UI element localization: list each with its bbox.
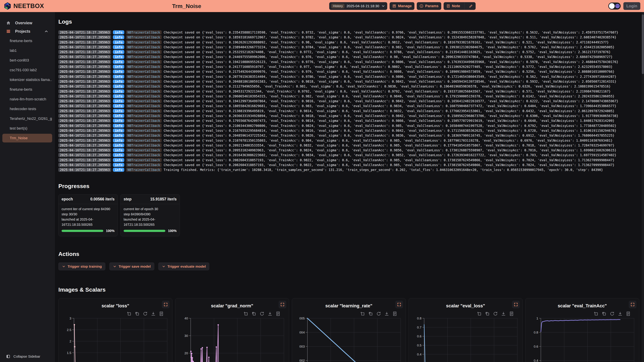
- restore-icon[interactable]: [368, 311, 373, 316]
- chart-plot[interactable]: 40302010: [178, 316, 286, 362]
- log-level-badge: info: [113, 153, 124, 157]
- log-row: 2025-04-16T21:18:27.205963infoNBTrainerC…: [58, 99, 641, 103]
- progress-cards: epoch0.00566 iter/scurrent iter of curre…: [58, 194, 641, 236]
- svg-text:0.5: 0.5: [417, 344, 422, 347]
- sidebar-item-project[interactable]: csc791-030 lab2: [2, 66, 52, 74]
- log-source-badge: NBTrainerCallback: [126, 35, 162, 39]
- sidebar-item-project[interactable]: test bert(s): [2, 124, 52, 133]
- log-row: 2025-04-16T21:18:27.205963infoNBTrainerC…: [58, 158, 641, 162]
- log-message: Checkpoint saved on {'eval_loss': 0.2446…: [164, 55, 613, 59]
- history-select[interactable]: History 2025-04-16 21:18:30: [329, 2, 387, 10]
- log-level-badge: info: [113, 35, 124, 39]
- download-icon[interactable]: [618, 311, 623, 316]
- chart-toolbox: [528, 309, 636, 316]
- sidebar-item-project[interactable]: hedecoder-tests: [2, 105, 52, 113]
- data-view-icon[interactable]: [626, 311, 631, 316]
- log-level-badge: info: [113, 148, 124, 152]
- log-source-badge: NBTrainerCallback: [126, 153, 162, 157]
- params-button[interactable]: Params: [417, 2, 441, 10]
- refresh-icon[interactable]: [260, 311, 264, 316]
- log-message: Checkpoint saved on {'eval_loss': 0.2082…: [164, 163, 614, 167]
- download-icon[interactable]: [151, 311, 156, 316]
- sidebar-item-project[interactable]: naive-llm-from-scratch: [2, 95, 52, 104]
- restore-icon[interactable]: [135, 311, 140, 316]
- log-timestamp: 2025-04-16T21:18:27.205963: [58, 40, 111, 44]
- log-row: 2025-04-16T21:18:27.205963infoNBTrainerC…: [58, 55, 641, 59]
- sidebar-item-projects[interactable]: Projects: [0, 27, 54, 35]
- fullscreen-button[interactable]: [162, 301, 170, 308]
- log-source-badge: NBTrainerCallback: [126, 50, 162, 54]
- zoom-box-icon[interactable]: [594, 311, 598, 316]
- sidebar-item-project[interactable]: Terahertz_No22_Gl261_gl...: [2, 114, 52, 123]
- history-value: 2025-04-16 21:18:30: [346, 4, 379, 8]
- data-view-icon[interactable]: [159, 311, 164, 316]
- log-row: 2025-04-16T21:18:27.205963infoNBTrainerC…: [58, 114, 641, 118]
- zoom-box-icon[interactable]: [477, 311, 482, 316]
- sidebar-item-project[interactable]: bert-conll03: [2, 56, 52, 65]
- fullscreen-button[interactable]: [629, 301, 636, 308]
- log-level-badge: info: [113, 109, 124, 113]
- sidebar-item-project[interactable]: tokenizer statistics llama...: [2, 75, 52, 84]
- log-message: Checkpoint saved on {'eval_loss': 0.1805…: [164, 104, 616, 108]
- log-timestamp: 2025-04-16T21:18:27.205963: [58, 168, 111, 172]
- refresh-icon[interactable]: [376, 311, 381, 316]
- sidebar-item-project[interactable]: lab1: [2, 46, 52, 55]
- download-icon[interactable]: [268, 311, 272, 316]
- log-message: Training finished. Metrics: {'train_runt…: [164, 168, 603, 172]
- action-trigger-button[interactable]: Trigger stop training: [58, 263, 105, 270]
- data-view-icon[interactable]: [276, 311, 280, 316]
- refresh-icon[interactable]: [610, 311, 615, 316]
- edit-note-button[interactable]: [466, 2, 476, 10]
- zoom-box-icon[interactable]: [243, 311, 248, 316]
- fullscreen-button[interactable]: [278, 301, 286, 308]
- chart-plot[interactable]: 10.80.60.40.2: [528, 316, 637, 362]
- download-icon[interactable]: [501, 311, 506, 316]
- restore-icon[interactable]: [252, 311, 256, 316]
- restore-icon[interactable]: [485, 311, 490, 316]
- restore-icon[interactable]: [602, 311, 606, 316]
- fullscreen-button[interactable]: [512, 301, 520, 308]
- log-message: Checkpoint saved on {'eval_loss': 0.2112…: [164, 84, 611, 88]
- log-source-badge: NBTrainerCallback: [126, 129, 162, 133]
- progress-percent: 100%: [168, 229, 176, 233]
- log-timestamp: 2025-04-16T21:18:27.205963: [58, 124, 111, 128]
- refresh-icon[interactable]: [143, 311, 148, 316]
- log-source-badge: NBTrainerCallback: [126, 94, 162, 98]
- log-row: 2025-04-16T21:18:27.205963infoNBTrainerC…: [58, 129, 641, 133]
- collapse-sidebar-button[interactable]: Collapse Sidebar: [6, 354, 40, 359]
- refresh-icon[interactable]: [493, 311, 498, 316]
- chart-plot[interactable]: 0.80.70.60.50.40.30.2: [412, 316, 520, 362]
- chart-plot[interactable]: 005004003002001: [295, 316, 403, 362]
- sidebar-item-overview[interactable]: Overview: [0, 19, 54, 27]
- fullscreen-icon: [164, 302, 168, 307]
- download-icon[interactable]: [384, 311, 389, 316]
- zoom-box-icon[interactable]: [360, 311, 365, 316]
- sidebar-item-project[interactable]: finetune-berts: [2, 85, 52, 94]
- manage-button[interactable]: Manage: [390, 2, 414, 10]
- scalar-chart-card: scalar "learning_rate"005004003002001: [292, 298, 406, 362]
- log-message: Checkpoint saved on {'eval_loss': 0.2048…: [164, 134, 614, 137]
- theme-toggle[interactable]: [608, 2, 621, 9]
- zoom-box-icon[interactable]: [126, 311, 132, 316]
- progress-percent: 100%: [106, 229, 114, 233]
- data-view-icon[interactable]: [392, 311, 397, 316]
- progress-bar: [124, 230, 165, 232]
- chart-plot[interactable]: 32.521.51: [61, 316, 170, 362]
- action-trigger-button[interactable]: Trigger evaluate model: [158, 263, 210, 270]
- sidebar-item-project[interactable]: Trm_Noise: [2, 134, 52, 142]
- note-button[interactable]: Note: [444, 2, 463, 10]
- action-label: Trigger stop training: [68, 265, 102, 269]
- chart-title: scalar "eval_TrainAcc": [528, 303, 636, 309]
- log-message: Checkpoint saved on {'eval_loss': 0.2092…: [164, 143, 614, 147]
- action-trigger-button[interactable]: Trigger save model: [109, 263, 154, 270]
- chart-toolbox: [178, 309, 286, 316]
- fullscreen-button[interactable]: [395, 301, 403, 308]
- collapse-label: Collapse Sidebar: [14, 355, 40, 359]
- svg-text:003: 003: [299, 345, 305, 348]
- sidebar-item-project[interactable]: finetune-berts: [2, 36, 52, 45]
- data-view-icon[interactable]: [509, 311, 514, 316]
- log-timestamp: 2025-04-16T21:18:27.205963: [58, 30, 111, 34]
- login-button[interactable]: Login: [623, 2, 640, 10]
- scrollbar-thumb[interactable]: [642, 14, 644, 74]
- actions-heading: Actions: [58, 250, 641, 257]
